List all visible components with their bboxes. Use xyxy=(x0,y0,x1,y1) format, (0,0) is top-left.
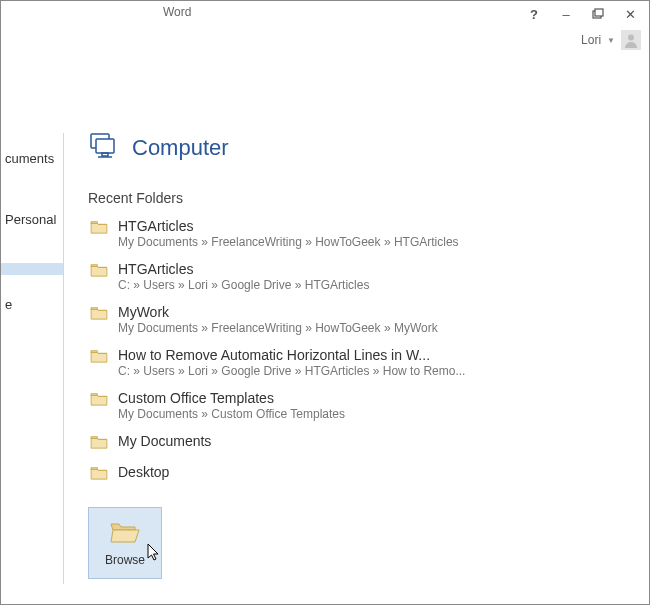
panel-heading: Computer xyxy=(88,131,627,164)
folder-item[interactable]: HTGArticlesMy Documents » FreelanceWriti… xyxy=(88,216,627,251)
folder-icon xyxy=(90,347,108,366)
recent-folders-title: Recent Folders xyxy=(88,190,627,206)
window-controls: ? – ✕ xyxy=(527,7,643,21)
svg-rect-5 xyxy=(102,153,108,156)
sidebar-item-selected[interactable] xyxy=(1,263,63,275)
minimize-icon[interactable]: – xyxy=(559,7,573,21)
main-panel: Computer Recent Folders HTGArticlesMy Do… xyxy=(64,53,649,604)
folder-icon xyxy=(90,390,108,409)
folder-open-icon xyxy=(109,520,141,547)
close-icon[interactable]: ✕ xyxy=(623,7,637,21)
svg-rect-4 xyxy=(96,139,114,153)
sidebar-item-personal[interactable]: Personal xyxy=(1,206,63,233)
cursor-icon xyxy=(147,543,163,566)
help-icon[interactable]: ? xyxy=(527,7,541,21)
folder-path: C: » Users » Lori » Google Drive » HTGAr… xyxy=(118,364,625,378)
sidebar-item-other[interactable]: e xyxy=(1,291,63,318)
folder-name: How to Remove Automatic Horizontal Lines… xyxy=(118,347,625,363)
folder-name: HTGArticles xyxy=(118,218,625,234)
user-row: Lori ▼ xyxy=(1,27,649,53)
folder-path: C: » Users » Lori » Google Drive » HTGAr… xyxy=(118,278,625,292)
content-area: cuments Personal e Computer Recent Folde… xyxy=(1,53,649,604)
sidebar-item-documents[interactable]: cuments xyxy=(1,145,63,172)
folder-item[interactable]: HTGArticlesC: » Users » Lori » Google Dr… xyxy=(88,259,627,294)
svg-rect-1 xyxy=(595,9,603,16)
folder-icon xyxy=(90,261,108,280)
svg-rect-9 xyxy=(91,308,97,310)
svg-rect-10 xyxy=(91,351,97,353)
folder-path: My Documents » Custom Office Templates xyxy=(118,407,625,421)
chevron-down-icon[interactable]: ▼ xyxy=(607,36,615,45)
browse-label: Browse xyxy=(105,553,145,567)
folder-item[interactable]: MyWorkMy Documents » FreelanceWriting » … xyxy=(88,302,627,337)
svg-rect-12 xyxy=(91,437,97,439)
folder-path: My Documents » FreelanceWriting » HowToG… xyxy=(118,321,625,335)
svg-point-2 xyxy=(628,35,634,41)
folder-item[interactable]: My Documents xyxy=(88,431,627,454)
computer-icon xyxy=(88,131,118,164)
folder-icon xyxy=(90,218,108,237)
folder-icon xyxy=(90,464,108,483)
folder-icon xyxy=(90,304,108,323)
folder-icon xyxy=(90,433,108,452)
left-nav: cuments Personal e xyxy=(1,53,63,604)
folder-name: Custom Office Templates xyxy=(118,390,625,406)
svg-rect-8 xyxy=(91,265,97,267)
restore-icon[interactable] xyxy=(591,7,605,21)
folder-item[interactable]: Desktop xyxy=(88,462,627,485)
folder-item[interactable]: Custom Office TemplatesMy Documents » Cu… xyxy=(88,388,627,423)
folder-name: HTGArticles xyxy=(118,261,625,277)
svg-rect-7 xyxy=(91,222,97,224)
folder-path: My Documents » FreelanceWriting » HowToG… xyxy=(118,235,625,249)
panel-title: Computer xyxy=(132,135,229,161)
recent-folders-list: HTGArticlesMy Documents » FreelanceWriti… xyxy=(88,216,627,485)
svg-rect-11 xyxy=(91,394,97,396)
svg-rect-13 xyxy=(91,468,97,470)
titlebar: Word ? – ✕ xyxy=(1,1,649,27)
folder-item[interactable]: How to Remove Automatic Horizontal Lines… xyxy=(88,345,627,380)
user-name[interactable]: Lori xyxy=(581,33,601,47)
folder-name: My Documents xyxy=(118,433,625,449)
folder-name: MyWork xyxy=(118,304,625,320)
app-title: Word xyxy=(163,5,191,19)
browse-button[interactable]: Browse xyxy=(88,507,162,579)
folder-name: Desktop xyxy=(118,464,625,480)
avatar[interactable] xyxy=(621,30,641,50)
